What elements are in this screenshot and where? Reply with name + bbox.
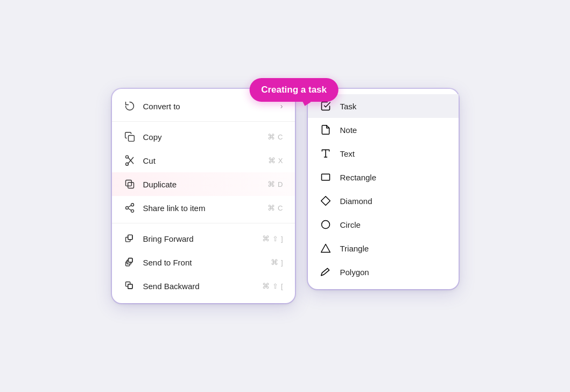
divider-1 <box>112 121 295 122</box>
send-front-icon <box>124 256 136 268</box>
panels-row: Convert to › Copy ⌘ C <box>112 89 459 303</box>
cut-shortcut: ⌘ X <box>268 156 283 165</box>
triangle-icon <box>320 242 332 254</box>
svg-rect-13 <box>128 235 132 239</box>
cut-shortcut-key: X <box>278 157 283 165</box>
duplicate-shortcut-sym: ⌘ <box>268 180 275 188</box>
sb-sym: ⌘ <box>262 282 270 290</box>
send-to-front-label: Send to Front <box>143 258 263 267</box>
cut-icon <box>124 155 136 166</box>
triangle-label: Triangle <box>340 244 369 253</box>
bring-forward-label: Bring Forward <box>143 234 255 243</box>
svg-marker-26 <box>321 197 330 206</box>
polygon-label: Polygon <box>340 268 369 277</box>
menu-item-duplicate[interactable]: Duplicate ⌘ D <box>112 172 295 196</box>
svg-rect-5 <box>128 183 133 188</box>
sf-key: ] <box>281 258 283 267</box>
convert-to-label: Convert to <box>143 102 273 111</box>
note-icon <box>320 124 332 136</box>
svg-line-10 <box>128 208 131 210</box>
svg-rect-0 <box>128 136 134 142</box>
copy-shortcut-key: C <box>278 133 283 141</box>
svg-point-27 <box>321 221 329 229</box>
send-backward-label: Send Backward <box>143 282 255 291</box>
bring-forward-icon <box>124 233 136 244</box>
svg-rect-25 <box>321 174 329 180</box>
duplicate-icon <box>124 178 136 190</box>
share-shortcut-key: C <box>278 204 283 212</box>
submenu-item-triangle[interactable]: Triangle <box>308 236 459 260</box>
svg-marker-28 <box>321 244 330 253</box>
cut-label: Cut <box>143 156 261 165</box>
left-context-menu: Convert to › Copy ⌘ C <box>112 89 295 303</box>
send-backward-shortcut: ⌘ ⇧ [ <box>262 282 283 290</box>
rectangle-icon <box>320 171 332 183</box>
tooltip-bubble: Creating a task <box>249 78 339 102</box>
copy-label: Copy <box>143 132 261 142</box>
task-icon <box>320 100 332 112</box>
sb-shift: ⇧ <box>272 282 278 290</box>
share-icon <box>124 202 136 214</box>
duplicate-shortcut: ⌘ D <box>268 180 283 188</box>
scene: Creating a task Convert to › <box>112 89 459 303</box>
submenu-item-rectangle[interactable]: Rectangle <box>308 165 459 189</box>
right-submenu: Task Note <box>308 89 459 289</box>
rectangle-label: Rectangle <box>340 173 377 182</box>
circle-icon <box>320 219 332 230</box>
chevron-right-icon: › <box>280 102 283 110</box>
svg-rect-21 <box>128 284 132 289</box>
svg-rect-6 <box>125 180 131 186</box>
divider-2 <box>112 223 295 223</box>
polygon-icon <box>320 266 332 278</box>
sb-key: [ <box>281 282 283 290</box>
copy-shortcut: ⌘ C <box>268 132 283 141</box>
duplicate-label: Duplicate <box>143 180 261 189</box>
submenu-item-text[interactable]: Text <box>308 142 459 165</box>
menu-item-share-link[interactable]: Share link to item ⌘ C <box>112 196 295 220</box>
share-shortcut-sym: ⌘ <box>268 204 275 212</box>
submenu-item-note[interactable]: Note <box>308 118 459 142</box>
sf-sym: ⌘ <box>271 258 278 267</box>
svg-rect-18 <box>128 258 132 263</box>
text-icon <box>320 148 332 159</box>
note-label: Note <box>340 125 357 135</box>
svg-line-11 <box>128 205 131 207</box>
bf-key: ] <box>281 235 283 243</box>
send-backward-icon <box>124 280 136 292</box>
duplicate-shortcut-key: D <box>278 180 283 188</box>
copy-icon <box>124 131 136 143</box>
diamond-label: Diamond <box>340 197 372 206</box>
send-front-shortcut: ⌘ ] <box>271 258 283 267</box>
submenu-item-diamond[interactable]: Diamond <box>308 189 459 213</box>
submenu-item-polygon[interactable]: Polygon <box>308 260 459 284</box>
task-label: Task <box>340 102 357 111</box>
convert-icon <box>124 100 136 112</box>
text-label: Text <box>340 149 355 158</box>
copy-shortcut-sym: ⌘ <box>268 132 275 141</box>
svg-marker-29 <box>321 268 329 275</box>
submenu-item-circle[interactable]: Circle <box>308 213 459 236</box>
share-link-label: Share link to item <box>143 204 261 213</box>
bf-shift: ⇧ <box>272 235 278 243</box>
share-shortcut: ⌘ C <box>268 204 283 212</box>
circle-label: Circle <box>340 220 361 229</box>
diamond-icon <box>320 195 332 207</box>
bring-forward-shortcut: ⌘ ⇧ ] <box>262 234 283 243</box>
menu-item-bring-forward[interactable]: Bring Forward ⌘ ⇧ ] <box>112 227 295 250</box>
menu-item-cut[interactable]: Cut ⌘ X <box>112 149 295 172</box>
bf-sym: ⌘ <box>262 234 270 243</box>
menu-item-send-backward[interactable]: Send Backward ⌘ ⇧ [ <box>112 274 295 298</box>
menu-item-send-to-front[interactable]: Send to Front ⌘ ] <box>112 250 295 274</box>
cut-shortcut-sym: ⌘ <box>268 156 276 165</box>
menu-item-copy[interactable]: Copy ⌘ C <box>112 125 295 149</box>
